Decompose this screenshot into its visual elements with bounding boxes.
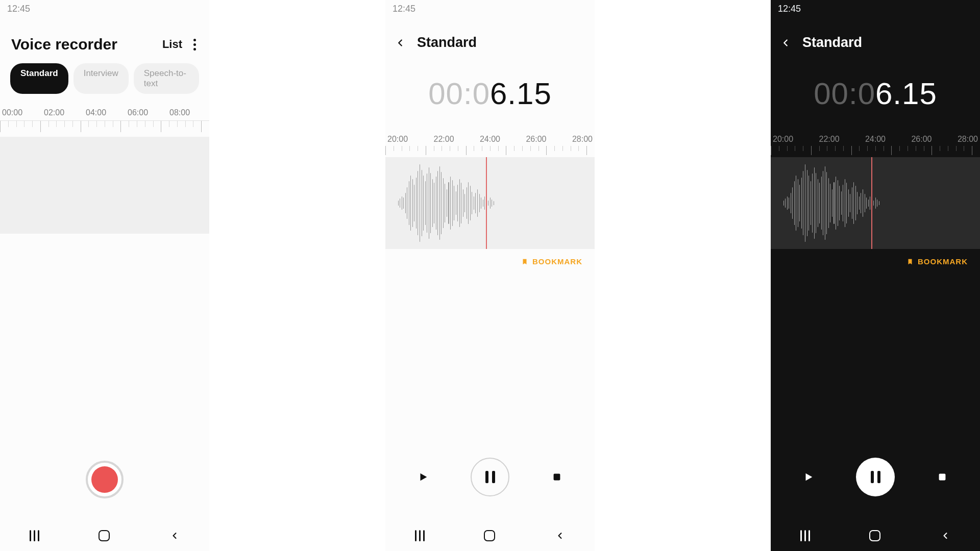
pill-standard[interactable]: Standard (10, 63, 68, 94)
back-button[interactable] (780, 37, 791, 48)
elapsed-timer: 00:06.15 (771, 60, 980, 135)
android-navbar (0, 520, 209, 551)
svg-marker-2 (806, 473, 813, 481)
pill-interview[interactable]: Interview (74, 63, 129, 94)
clock: 12:45 (778, 4, 801, 14)
mode-pills: Standard Interview Speech-to-text (0, 58, 209, 108)
ruler-label: 26:00 (911, 135, 932, 144)
ruler-label: 24:00 (480, 135, 500, 144)
time-ruler: 00:00 02:00 04:00 06:00 08:00 (0, 108, 209, 137)
nav-back-icon[interactable] (940, 531, 950, 541)
elapsed-timer: 00:06.15 (385, 60, 595, 135)
timer-bright: 6.15 (490, 77, 552, 111)
playhead[interactable] (486, 157, 487, 249)
playhead[interactable] (871, 157, 872, 249)
pause-button[interactable] (471, 458, 509, 496)
ruler-label: 20:00 (387, 135, 408, 144)
ruler-label: 22:00 (433, 135, 454, 144)
nav-back-icon[interactable] (555, 531, 565, 541)
play-button[interactable] (418, 471, 429, 483)
nav-home-icon[interactable] (484, 530, 495, 541)
recording-title: Standard (802, 35, 862, 51)
timer-dim: 00:0 (428, 77, 490, 111)
bookmark-icon (906, 258, 914, 265)
list-link[interactable]: List (162, 38, 182, 51)
pill-speech-to-text[interactable]: Speech-to-text (134, 63, 199, 94)
svg-rect-1 (554, 474, 560, 481)
ruler-label: 08:00 (167, 108, 209, 117)
bookmark-button[interactable]: BOOKMARK (521, 257, 582, 266)
timer-dim: 00:0 (814, 77, 875, 111)
bookmark-button[interactable]: BOOKMARK (906, 257, 968, 266)
back-button[interactable] (395, 37, 406, 48)
ruler-label: 24:00 (865, 135, 886, 144)
waveform[interactable] (771, 157, 980, 249)
status-bar: 12:45 (771, 0, 980, 17)
ruler-label: 06:00 (126, 108, 167, 117)
waveform[interactable] (385, 157, 595, 249)
nav-recent-icon[interactable] (800, 530, 810, 541)
status-bar: 12:45 (385, 0, 595, 17)
bookmark-label: BOOKMARK (918, 257, 968, 266)
android-navbar (385, 520, 595, 551)
ruler-label: 02:00 (42, 108, 84, 117)
status-bar: 12:45 (0, 0, 209, 17)
play-button[interactable] (803, 471, 814, 483)
ruler-label: 28:00 (572, 135, 593, 144)
svg-rect-3 (939, 474, 946, 481)
clock: 12:45 (393, 4, 415, 14)
nav-home-icon[interactable] (869, 530, 880, 541)
waveform-track-empty (0, 137, 209, 234)
pause-button[interactable] (856, 458, 895, 496)
svg-marker-0 (421, 473, 427, 481)
clock: 12:45 (7, 4, 30, 14)
time-ruler: 20:00 22:00 24:00 26:00 28:00 (771, 135, 980, 157)
stop-button[interactable] (551, 471, 562, 483)
pause-icon (485, 471, 495, 483)
nav-recent-icon[interactable] (30, 530, 39, 541)
recording-title: Standard (417, 35, 477, 51)
timer-bright: 6.15 (875, 77, 937, 111)
nav-back-icon[interactable] (169, 531, 180, 541)
stop-button[interactable] (937, 471, 948, 483)
app-title: Voice recorder (11, 36, 117, 53)
more-menu-icon[interactable] (191, 37, 198, 53)
record-icon (91, 466, 118, 493)
ruler-label: 00:00 (0, 108, 42, 117)
ruler-label: 20:00 (773, 135, 793, 144)
bookmark-label: BOOKMARK (532, 257, 582, 266)
ruler-label: 04:00 (84, 108, 126, 117)
time-ruler: 20:00 22:00 24:00 26:00 28:00 (385, 135, 595, 157)
bookmark-icon (521, 258, 528, 265)
nav-home-icon[interactable] (99, 530, 110, 541)
pause-icon (871, 471, 880, 483)
record-button[interactable] (86, 461, 124, 498)
ruler-label: 22:00 (819, 135, 839, 144)
android-navbar (771, 520, 980, 551)
ruler-label: 26:00 (526, 135, 546, 144)
nav-recent-icon[interactable] (415, 530, 425, 541)
ruler-label: 28:00 (958, 135, 978, 144)
